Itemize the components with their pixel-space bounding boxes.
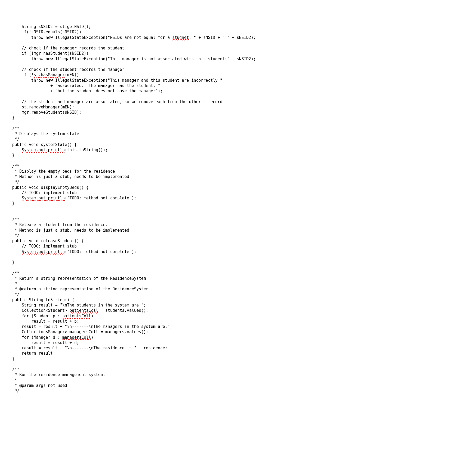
code-block: String sNSID2 = st.getNSID(); if(!sNSID.… [3,24,473,393]
